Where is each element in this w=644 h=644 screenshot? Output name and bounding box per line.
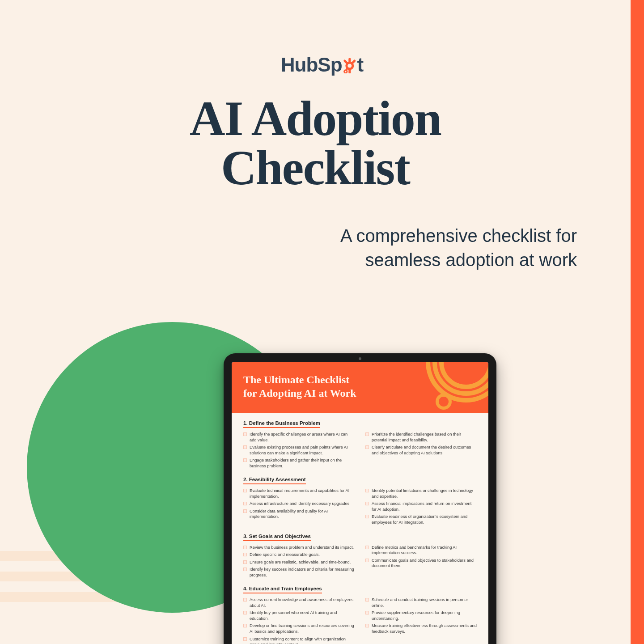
checklist-item-text: Schedule and conduct training sessions i… bbox=[372, 597, 477, 608]
checkbox-icon bbox=[243, 458, 247, 462]
checkbox-icon bbox=[243, 553, 247, 556]
section-title: 4. Educate and Train Employees bbox=[243, 586, 322, 593]
checklist-item-text: Define metrics and benchmarks for tracki… bbox=[372, 545, 477, 556]
brand-logo: HubSpt bbox=[281, 54, 363, 76]
accent-right-bar bbox=[631, 0, 644, 644]
sprocket-icon bbox=[342, 53, 357, 75]
section-columns: Review the business problem and understa… bbox=[243, 545, 477, 580]
page-subtitle: A comprehensive checklist for seamless a… bbox=[326, 224, 577, 272]
checklist-item: Customize training content to align with… bbox=[243, 636, 355, 644]
section-column: Assess current knowledge and awareness o… bbox=[243, 597, 355, 644]
checklist-item: Assess current knowledge and awareness o… bbox=[243, 597, 355, 608]
checkbox-icon bbox=[243, 509, 247, 513]
title-line1: AI Adoption bbox=[190, 91, 441, 146]
checklist-item-text: Evaluate technical requirements and capa… bbox=[250, 488, 355, 499]
checkbox-icon bbox=[243, 598, 247, 602]
checkbox-icon bbox=[243, 502, 247, 505]
doc-section: 4. Educate and Train EmployeesAssess cur… bbox=[243, 586, 477, 644]
checklist-item-text: Prioritize the identified challenges bas… bbox=[372, 432, 477, 443]
checklist-item-text: Identify key success indicators and crit… bbox=[250, 567, 355, 578]
checklist-item: Identify key success indicators and crit… bbox=[243, 567, 355, 578]
section-column: Review the business problem and understa… bbox=[243, 545, 355, 580]
section-columns: Evaluate technical requirements and capa… bbox=[243, 488, 477, 527]
section-column: Identify potential limitations or challe… bbox=[365, 488, 477, 527]
doc-body: 1. Define the Business ProblemIdentify t… bbox=[232, 413, 488, 644]
checklist-item-text: Consider data availability and quality f… bbox=[250, 508, 355, 520]
doc-section: 1. Define the Business ProblemIdentify t… bbox=[243, 420, 477, 470]
checkbox-icon bbox=[365, 502, 369, 505]
checkbox-icon bbox=[365, 559, 369, 562]
checkbox-icon bbox=[365, 432, 369, 436]
checklist-item: Evaluate technical requirements and capa… bbox=[243, 488, 355, 499]
checkbox-icon bbox=[243, 546, 247, 549]
checklist-item: Identify potential limitations or challe… bbox=[365, 488, 477, 499]
checklist-item-text: Evaluate readiness of organization's eco… bbox=[372, 514, 477, 525]
section-title: 1. Define the Business Problem bbox=[243, 420, 320, 428]
checkbox-icon bbox=[365, 611, 369, 614]
page-title: AI Adoption Checklist bbox=[0, 94, 631, 192]
brand-name-part1: HubSp bbox=[281, 54, 342, 76]
section-column: Prioritize the identified challenges bas… bbox=[365, 432, 477, 470]
checkbox-icon bbox=[365, 515, 369, 518]
checklist-item: Define metrics and benchmarks for tracki… bbox=[365, 545, 477, 556]
section-column: Schedule and conduct training sessions i… bbox=[365, 597, 477, 644]
section-columns: Assess current knowledge and awareness o… bbox=[243, 597, 477, 644]
section-title: 3. Set Goals and Objectives bbox=[243, 534, 311, 541]
checklist-item-text: Define specific and measurable goals. bbox=[250, 552, 320, 558]
checklist-item: Review the business problem and understa… bbox=[243, 545, 355, 551]
checklist-item: Ensure goals are realistic, achievable, … bbox=[243, 559, 355, 565]
checklist-item-text: Identify key personnel who need AI train… bbox=[250, 610, 355, 621]
tablet-screen: The Ultimate Checklist for Adopting AI a… bbox=[232, 362, 488, 644]
checkbox-icon bbox=[243, 611, 247, 614]
doc-title: The Ultimate Checklist for Adopting AI a… bbox=[243, 373, 386, 400]
checklist-item: Schedule and conduct training sessions i… bbox=[365, 597, 477, 608]
checklist-item-text: Communicate goals and objectives to stak… bbox=[372, 558, 477, 569]
checkbox-icon bbox=[243, 624, 247, 627]
checklist-item: Clearly articulate and document the desi… bbox=[365, 445, 477, 456]
checklist-item-text: Develop or find training sessions and re… bbox=[250, 623, 355, 634]
checkbox-icon bbox=[243, 445, 247, 449]
checklist-item-text: Evaluate existing processes and pain poi… bbox=[250, 445, 355, 456]
brand-name-part2: t bbox=[357, 54, 364, 76]
checklist-item: Identify key personnel who need AI train… bbox=[243, 610, 355, 621]
checkbox-icon bbox=[243, 489, 247, 492]
section-column: Evaluate technical requirements and capa… bbox=[243, 488, 355, 527]
checklist-item-text: Provide supplementary resources for deep… bbox=[372, 610, 477, 621]
checkbox-icon bbox=[365, 598, 369, 602]
checklist-item: Assess financial implications and return… bbox=[365, 501, 477, 512]
checklist-item-text: Measure training effectiveness through a… bbox=[372, 623, 477, 634]
checkbox-icon bbox=[243, 432, 247, 436]
checklist-item: Evaluate existing processes and pain poi… bbox=[243, 445, 355, 456]
tablet-mockup: The Ultimate Checklist for Adopting AI a… bbox=[224, 353, 496, 644]
checkbox-icon bbox=[365, 624, 369, 627]
decor-circle bbox=[436, 394, 452, 410]
checklist-item-text: Identify the specific challenges or area… bbox=[250, 432, 355, 443]
checklist-item-text: Assess current knowledge and awareness o… bbox=[250, 597, 355, 608]
checklist-item: Assess infrastructure and identify neces… bbox=[243, 501, 355, 507]
checklist-item-text: Review the business problem and understa… bbox=[250, 545, 354, 551]
checklist-item-text: Assess financial implications and return… bbox=[372, 501, 477, 512]
checklist-item-text: Engage stakeholders and gather their inp… bbox=[250, 458, 355, 469]
checklist-item: Prioritize the identified challenges bas… bbox=[365, 432, 477, 443]
checklist-item: Develop or find training sessions and re… bbox=[243, 623, 355, 634]
checklist-item-text: Assess infrastructure and identify neces… bbox=[250, 501, 351, 507]
checklist-item: Consider data availability and quality f… bbox=[243, 508, 355, 520]
doc-title-line1: The Ultimate Checklist bbox=[243, 374, 349, 386]
svg-line-3 bbox=[352, 61, 355, 64]
checklist-item: Identify the specific challenges or area… bbox=[243, 432, 355, 443]
checkbox-icon bbox=[365, 445, 369, 449]
doc-header: The Ultimate Checklist for Adopting AI a… bbox=[232, 362, 488, 413]
checklist-item-text: Ensure goals are realistic, achievable, … bbox=[250, 559, 351, 565]
checklist-item-text: Customize training content to align with… bbox=[250, 636, 355, 644]
svg-line-2 bbox=[345, 61, 347, 64]
svg-line-6 bbox=[346, 68, 347, 70]
title-line2: Checklist bbox=[221, 140, 410, 195]
doc-section: 3. Set Goals and ObjectivesReview the bu… bbox=[243, 534, 477, 580]
checkbox-icon bbox=[243, 568, 247, 571]
checklist-item: Measure training effectiveness through a… bbox=[365, 623, 477, 634]
checklist-item-text: Clearly articulate and document the desi… bbox=[372, 445, 477, 456]
checklist-item: Communicate goals and objectives to stak… bbox=[365, 558, 477, 569]
checkbox-icon bbox=[365, 546, 369, 549]
checklist-item: Provide supplementary resources for deep… bbox=[365, 610, 477, 621]
checkbox-icon bbox=[243, 637, 247, 641]
